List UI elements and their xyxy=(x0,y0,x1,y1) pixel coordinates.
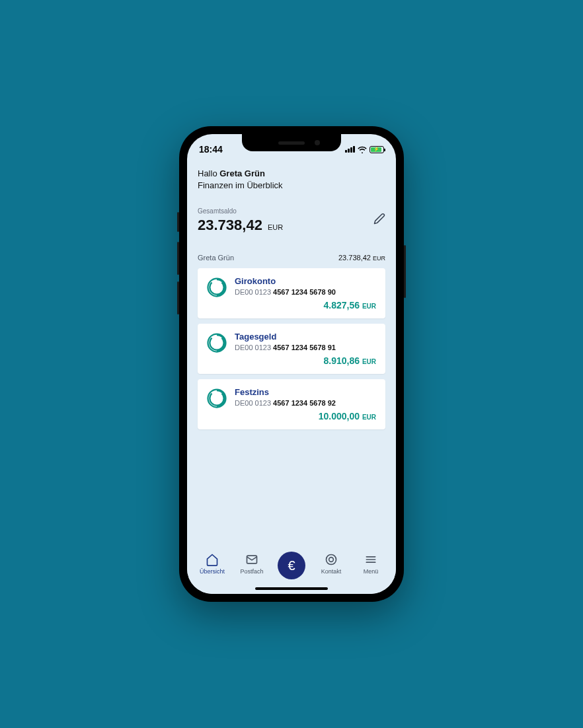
notch xyxy=(242,134,341,151)
phone-frame: 18:44 ⚡ Hallo Greta Grün Finanzen im Übe… xyxy=(179,126,404,602)
status-time: 18:44 xyxy=(199,144,223,155)
screen: 18:44 ⚡ Hallo Greta Grün Finanzen im Übe… xyxy=(187,134,396,594)
owner-summary: Greta Grün 23.738,42 EUR xyxy=(198,254,385,262)
tab-transfer[interactable]: € xyxy=(272,553,311,579)
account-balance: 8.910,86 EUR xyxy=(235,355,376,366)
svg-point-0 xyxy=(208,279,226,297)
svg-point-4 xyxy=(327,555,336,565)
menu-icon xyxy=(364,553,377,566)
total-label: Gesamtsaldo xyxy=(198,207,283,215)
account-title: Girokonto xyxy=(235,276,376,286)
owner-amount: 23.738,42 EUR xyxy=(338,254,385,262)
tab-menu[interactable]: Menü xyxy=(351,553,391,575)
battery-icon: ⚡ xyxy=(369,146,384,153)
svg-point-2 xyxy=(208,390,226,408)
edit-icon[interactable] xyxy=(373,213,385,225)
account-iban: DE00 0123 4567 1234 5678 91 xyxy=(235,344,376,351)
greeting: Hallo Greta Grün xyxy=(198,168,385,178)
user-name: Greta Grün xyxy=(219,168,265,178)
side-button xyxy=(177,281,179,314)
account-iban: DE00 0123 4567 1234 5678 90 xyxy=(235,288,376,296)
wifi-icon xyxy=(358,146,367,153)
account-card[interactable]: Tagesgeld DE00 0123 4567 1234 5678 91 8.… xyxy=(198,324,385,374)
svg-point-1 xyxy=(208,334,226,352)
bank-logo-icon xyxy=(207,388,227,408)
account-iban: DE00 0123 4567 1234 5678 92 xyxy=(235,399,376,407)
side-button xyxy=(177,242,179,275)
account-balance: 10.000,00 EUR xyxy=(235,411,376,421)
headset-icon xyxy=(325,553,338,566)
owner-name: Greta Grün xyxy=(198,254,234,262)
account-card[interactable]: Girokonto DE00 0123 4567 1234 5678 90 4.… xyxy=(198,268,385,318)
tab-overview[interactable]: Übersicht xyxy=(192,553,232,575)
tab-inbox[interactable]: Postfach xyxy=(232,553,272,575)
svg-point-5 xyxy=(329,558,334,562)
euro-icon: € xyxy=(278,552,305,579)
bank-logo-icon xyxy=(207,333,227,353)
mail-icon xyxy=(245,553,258,566)
side-button xyxy=(404,245,406,298)
tab-contact[interactable]: Kontakt xyxy=(311,553,351,575)
account-balance: 4.827,56 EUR xyxy=(235,300,376,310)
side-button xyxy=(177,212,179,232)
account-card[interactable]: Festzins DE00 0123 4567 1234 5678 92 10.… xyxy=(198,379,385,429)
total-amount: 23.738,42 EUR xyxy=(198,217,283,234)
account-title: Tagesgeld xyxy=(235,332,376,342)
home-indicator[interactable] xyxy=(255,587,328,590)
home-icon xyxy=(206,553,219,566)
page-subtitle: Finanzen im Überblick xyxy=(198,180,385,190)
bank-logo-icon xyxy=(207,277,227,297)
account-title: Festzins xyxy=(235,387,376,397)
main-content: Hallo Greta Grün Finanzen im Überblick G… xyxy=(187,159,396,548)
signal-icon xyxy=(345,146,355,153)
